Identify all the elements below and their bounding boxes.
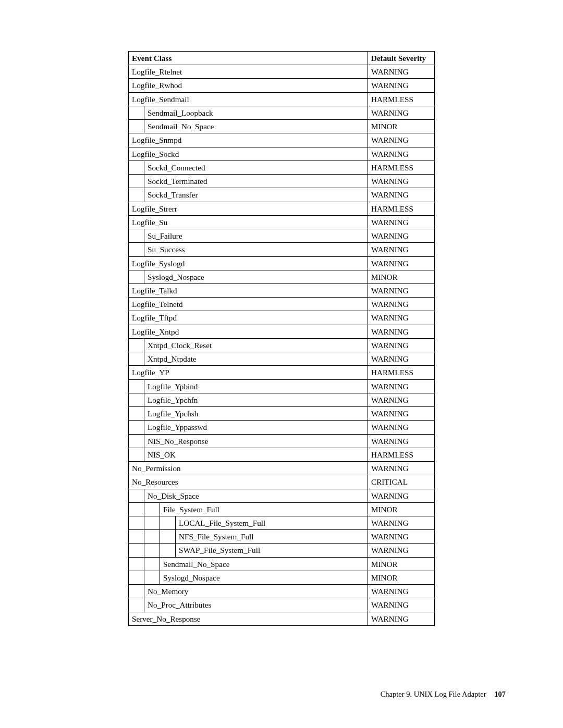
table-row: No_PermissionWARNING (129, 462, 435, 475)
indent-cell (129, 516, 144, 529)
event-class-cell: Logfile_Ypbind (144, 379, 368, 393)
event-class-cell: File_System_Full (160, 502, 368, 516)
event-class-cell: No_Proc_Attributes (144, 598, 368, 612)
severity-cell: WARNING (368, 516, 435, 529)
table-row: Logfile_YpchshWARNING (129, 407, 435, 421)
event-class-cell: Logfile_YP (129, 366, 368, 379)
severity-cell: WARNING (368, 393, 435, 406)
severity-cell: CRITICAL (368, 475, 435, 489)
table-row: Logfile_YppasswdWARNING (129, 421, 435, 434)
severity-cell: WARNING (368, 243, 435, 256)
table-row: Logfile_SockdWARNING (129, 147, 435, 161)
severity-cell: WARNING (368, 462, 435, 475)
table-row: No_ResourcesCRITICAL (129, 475, 435, 489)
indent-cell (129, 120, 144, 133)
severity-cell: WARNING (368, 79, 435, 92)
indent-cell (129, 352, 144, 366)
severity-cell: WARNING (368, 598, 435, 612)
page-footer: Chapter 9. UNIX Log File Adapter 107 (199, 690, 506, 699)
table-row: Logfile_TalkdWARNING (129, 283, 435, 297)
indent-cell (129, 585, 144, 598)
event-class-cell: Logfile_Rwhod (129, 79, 368, 92)
severity-cell: WARNING (368, 256, 435, 270)
event-class-cell: No_Resources (129, 475, 368, 489)
table-row: Syslogd_NospaceMINOR (129, 270, 435, 283)
indent-cell (144, 516, 160, 529)
severity-cell: WARNING (368, 407, 435, 421)
table-row: Su_FailureWARNING (129, 229, 435, 243)
severity-cell: WARNING (368, 338, 435, 352)
severity-cell: WARNING (368, 421, 435, 434)
table-row: LOCAL_File_System_FullWARNING (129, 516, 435, 529)
indent-cell (129, 421, 144, 434)
table-row: Logfile_SuWARNING (129, 215, 435, 229)
table-row: Logfile_TelnetdWARNING (129, 298, 435, 311)
severity-cell: MINOR (368, 502, 435, 516)
event-class-cell: Sendmail_No_Space (144, 120, 368, 133)
event-class-cell: Logfile_Strerr (129, 202, 368, 215)
severity-cell: HARMLESS (368, 448, 435, 461)
indent-cell (129, 379, 144, 393)
indent-cell (129, 489, 144, 502)
table-row: NFS_File_System_FullWARNING (129, 530, 435, 544)
table-row: Logfile_YPHARMLESS (129, 366, 435, 379)
table-row: No_Disk_SpaceWARNING (129, 489, 435, 502)
header-default-severity: Default Severity (368, 52, 435, 65)
severity-cell: WARNING (368, 379, 435, 393)
event-class-cell: Logfile_Syslogd (129, 256, 368, 270)
event-class-cell: Sendmail_No_Space (160, 557, 368, 571)
event-class-cell: Logfile_Ypchfn (144, 393, 368, 406)
table-row: No_MemoryWARNING (129, 585, 435, 598)
table-row: Logfile_SyslogdWARNING (129, 256, 435, 270)
indent-cell (129, 229, 144, 243)
event-class-cell: NIS_No_Response (144, 434, 368, 448)
severity-cell: WARNING (368, 585, 435, 598)
severity-cell: WARNING (368, 612, 435, 625)
table-row: Logfile_RwhodWARNING (129, 79, 435, 92)
severity-cell: MINOR (368, 557, 435, 571)
table-row: SWAP_File_System_FullWARNING (129, 544, 435, 557)
event-class-cell: Syslogd_Nospace (144, 270, 368, 283)
table-row: Logfile_StrerrHARMLESS (129, 202, 435, 215)
event-class-cell: No_Permission (129, 462, 368, 475)
indent-cell (144, 557, 160, 571)
table-row: Sendmail_No_SpaceMINOR (129, 557, 435, 571)
severity-cell: WARNING (368, 325, 435, 338)
table-row: File_System_FullMINOR (129, 502, 435, 516)
severity-cell: WARNING (368, 352, 435, 366)
event-class-cell: No_Disk_Space (144, 489, 368, 502)
indent-cell (129, 175, 144, 188)
event-class-cell: Sockd_Terminated (144, 175, 368, 188)
table-row: Logfile_TftpdWARNING (129, 311, 435, 325)
indent-cell (144, 502, 160, 516)
indent-cell (129, 393, 144, 406)
event-class-cell: Logfile_Sockd (129, 147, 368, 161)
severity-cell: WARNING (368, 215, 435, 229)
indent-cell (129, 598, 144, 612)
event-class-cell: Su_Failure (144, 229, 368, 243)
indent-cell (160, 516, 176, 529)
severity-cell: HARMLESS (368, 161, 435, 174)
table-row: Logfile_SendmailHARMLESS (129, 92, 435, 106)
indent-cell (129, 270, 144, 283)
event-class-cell: Logfile_Xntpd (129, 325, 368, 338)
event-class-cell: SWAP_File_System_Full (176, 544, 368, 557)
event-class-table: Event Class Default Severity Logfile_Rte… (128, 51, 435, 626)
indent-cell (129, 188, 144, 202)
table-row: Server_No_ResponseWARNING (129, 612, 435, 625)
severity-cell: HARMLESS (368, 92, 435, 106)
table-row: Sendmail_LoopbackWARNING (129, 106, 435, 119)
indent-cell (129, 106, 144, 119)
table-row: Sendmail_No_SpaceMINOR (129, 120, 435, 133)
table-row: Logfile_YpbindWARNING (129, 379, 435, 393)
indent-cell (129, 161, 144, 174)
indent-cell (144, 544, 160, 557)
table-row: Sockd_TransferWARNING (129, 188, 435, 202)
event-class-cell: Sockd_Connected (144, 161, 368, 174)
severity-cell: MINOR (368, 120, 435, 133)
event-class-cell: NIS_OK (144, 448, 368, 461)
severity-cell: WARNING (368, 229, 435, 243)
severity-cell: WARNING (368, 65, 435, 79)
table-row: Syslogd_NospaceMINOR (129, 571, 435, 584)
table-row: Xntpd_NtpdateWARNING (129, 352, 435, 366)
